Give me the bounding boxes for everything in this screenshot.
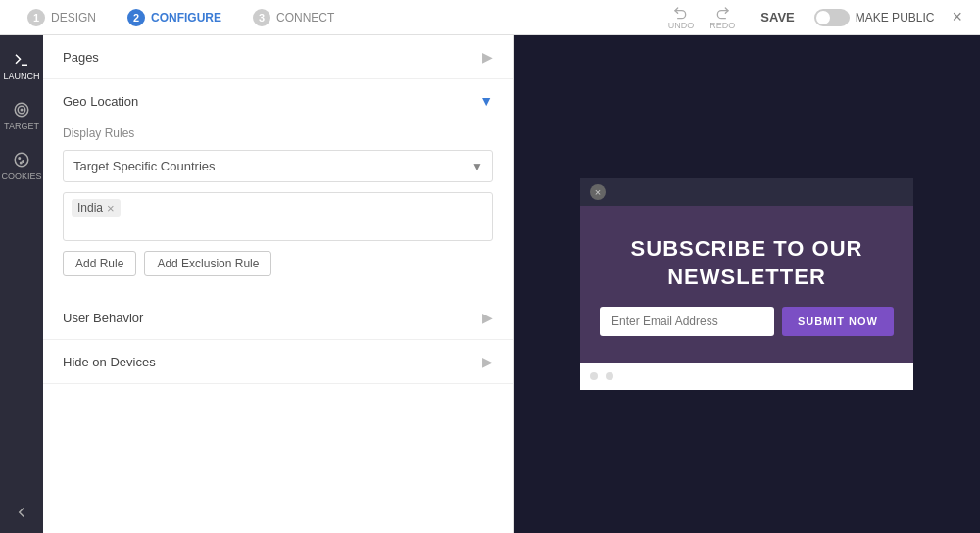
popup-submit-button[interactable]: SUBMIT NOW <box>782 307 894 336</box>
sidebar-label-cookies: COOKIES <box>2 171 42 181</box>
config-panel: Pages ▶ Geo Location ▼ Display Rules Tar… <box>43 35 514 533</box>
tag-india: India × <box>72 199 121 217</box>
step-num-configure: 2 <box>127 9 145 26</box>
geo-chevron-icon: ▼ <box>479 93 493 109</box>
popup-email-input[interactable] <box>600 307 774 336</box>
make-public-toggle-wrap: MAKE PUBLIC <box>814 9 935 26</box>
undo-label: UNDO <box>668 21 695 30</box>
svg-point-7 <box>21 162 23 164</box>
tags-input-wrap[interactable]: India × <box>63 192 493 241</box>
rule-buttons-group: Add Rule Add Exclusion Rule <box>63 251 493 276</box>
step-design[interactable]: 1 DESIGN <box>12 0 112 35</box>
step-num-connect: 3 <box>253 9 270 26</box>
user-behavior-section[interactable]: User Behavior ▶ <box>43 296 513 340</box>
pages-arrow-icon: ▶ <box>482 49 493 65</box>
svg-point-3 <box>21 109 23 111</box>
sidebar-item-cookies[interactable]: COOKIES <box>0 143 43 189</box>
undo-button[interactable]: UNDO <box>662 2 701 32</box>
user-behavior-arrow-icon: ▶ <box>482 310 493 325</box>
tag-india-label: India <box>77 201 103 215</box>
add-rule-button[interactable]: Add Rule <box>63 251 136 276</box>
display-rules-label: Display Rules <box>43 119 513 150</box>
popup-bottom-dot2 <box>606 372 613 380</box>
sidebar-label-launch: LAUNCH <box>4 72 40 81</box>
pages-label: Pages <box>63 50 99 65</box>
top-bar: 1 DESIGN 2 CONFIGURE 3 CONNECT UNDO <box>0 0 980 35</box>
top-bar-actions: UNDO REDO SAVE MAKE PUBLIC × <box>662 2 968 32</box>
tags-input-field[interactable] <box>124 199 484 220</box>
redo-label: REDO <box>710 21 735 30</box>
svg-point-4 <box>15 153 28 167</box>
tag-india-remove[interactable]: × <box>107 202 115 215</box>
step-connect[interactable]: 3 CONNECT <box>237 0 350 35</box>
save-button[interactable]: SAVE <box>753 6 802 28</box>
step-label-design: DESIGN <box>51 11 96 24</box>
svg-point-6 <box>23 161 24 163</box>
popup-headline-line2: NEWSLETTER <box>667 265 826 289</box>
svg-point-5 <box>19 158 21 160</box>
make-public-label: MAKE PUBLIC <box>856 11 935 24</box>
user-behavior-label: User Behavior <box>63 311 143 325</box>
main-layout: LAUNCH TARGET COOKIES Pages <box>0 35 980 533</box>
toggle-knob <box>816 11 830 24</box>
step-num-design: 1 <box>27 9 45 26</box>
make-public-toggle[interactable] <box>814 9 850 26</box>
undo-redo-group: UNDO REDO <box>662 2 742 32</box>
hide-on-devices-arrow-icon: ▶ <box>482 354 493 369</box>
popup-bottom-bar <box>580 363 913 390</box>
sidebar-back-button[interactable] <box>0 496 43 533</box>
popup-top-bar: × <box>580 178 913 206</box>
hide-on-devices-section[interactable]: Hide on Devices ▶ <box>43 340 513 384</box>
hide-on-devices-label: Hide on Devices <box>63 355 156 369</box>
preview-area: × SUBSCRIBE TO OUR NEWSLETTER SUBMIT NOW <box>514 35 980 533</box>
geo-location-label: Geo Location <box>63 94 138 109</box>
sidebar-label-target: TARGET <box>4 121 39 131</box>
popup-content: SUBSCRIBE TO OUR NEWSLETTER SUBMIT NOW <box>580 206 913 363</box>
popup-close-icon[interactable]: × <box>590 184 606 200</box>
country-target-select[interactable]: Target Specific Countries All Countries … <box>63 150 493 182</box>
geo-location-header[interactable]: Geo Location ▼ <box>43 79 513 119</box>
step-label-configure: CONFIGURE <box>151 11 221 24</box>
popup-headline: SUBSCRIBE TO OUR NEWSLETTER <box>631 235 863 291</box>
close-button[interactable]: × <box>946 7 968 27</box>
pages-section[interactable]: Pages ▶ <box>43 35 513 79</box>
country-select-wrap: Target Specific Countries All Countries … <box>63 150 493 182</box>
popup-form: SUBMIT NOW <box>600 307 894 336</box>
rules-box: Target Specific Countries All Countries … <box>43 150 513 296</box>
sidebar-item-launch[interactable]: LAUNCH <box>0 43 43 89</box>
redo-button[interactable]: REDO <box>704 2 741 32</box>
add-exclusion-rule-button[interactable]: Add Exclusion Rule <box>144 251 271 276</box>
step-label-connect: CONNECT <box>276 11 334 24</box>
step-configure[interactable]: 2 CONFIGURE <box>112 0 237 35</box>
popup-bottom-dot <box>590 372 598 380</box>
sidebar-item-target[interactable]: TARGET <box>0 93 43 139</box>
popup-preview: × SUBSCRIBE TO OUR NEWSLETTER SUBMIT NOW <box>580 178 913 390</box>
step-list: 1 DESIGN 2 CONFIGURE 3 CONNECT <box>12 0 350 35</box>
sidebar-icons: LAUNCH TARGET COOKIES <box>0 35 43 533</box>
popup-headline-line1: SUBSCRIBE TO OUR <box>631 236 863 261</box>
